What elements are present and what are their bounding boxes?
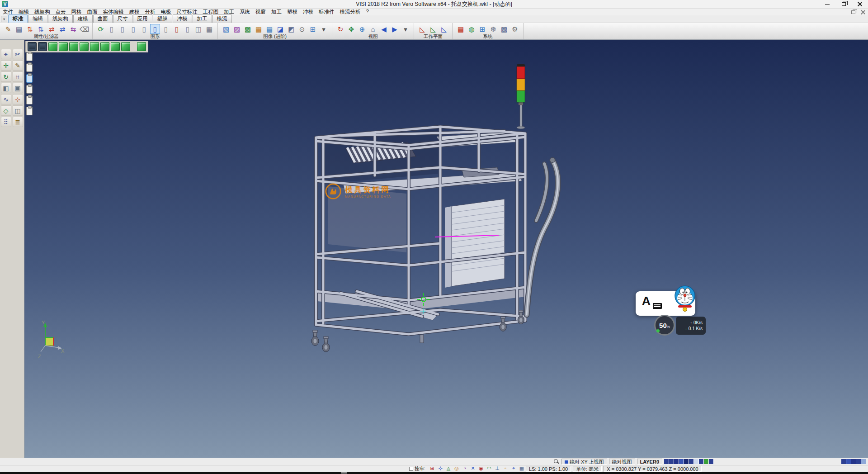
next-view-icon[interactable]: ▶ [390,24,400,34]
snap-intersection-icon[interactable]: ✕ [469,465,476,472]
view-orientation-indicator[interactable]: 绝对 XY 上视图 [561,459,607,465]
snap-point-icon[interactable]: ⊹ [437,465,444,472]
view-bottom-icon[interactable] [111,42,120,51]
clipboard-view-active-icon[interactable] [26,74,33,83]
menu-item[interactable]: 冲模 [300,9,316,15]
tab-overflow-button[interactable]: ▾ [1,16,7,22]
view-front-icon[interactable] [69,42,78,51]
color-swatch[interactable] [846,459,851,464]
rotate-icon[interactable]: ↻ [1,71,11,82]
table-icon[interactable]: ⊞ [477,24,487,34]
toolbar-tab[interactable]: 加工 [193,14,212,23]
layer-cylinder-icon[interactable]: ▯ [161,24,171,34]
layer-manager-icon[interactable]: ≣ [13,117,23,127]
color-swatch[interactable] [679,459,684,464]
snap-perpendicular-icon[interactable]: ⊥ [494,465,501,472]
color-swatch[interactable] [684,459,689,464]
view-dropdown-icon[interactable]: ▾ [401,24,410,34]
workplane-free-icon[interactable]: ◺ [439,24,449,34]
trim-icon[interactable]: ✂ [13,49,23,59]
toolbar-tab[interactable]: 标准 [8,14,28,23]
color-swatch[interactable] [861,459,866,464]
refresh-graphics-icon[interactable]: ⟳ [96,24,106,34]
snowflake-icon[interactable]: ❆ [488,24,498,34]
erase-attr-icon[interactable]: ⌫ [79,24,89,34]
layer-cylinder-icon[interactable]: ▯ [118,24,127,34]
ime-mode-indicator[interactable]: A [642,294,651,308]
color-palette-icon[interactable]: ▦ [456,24,466,34]
rotate-view-icon[interactable]: ↻ [335,24,345,34]
color-swatch[interactable] [704,459,709,464]
snap-center-icon[interactable]: ◎ [453,465,460,472]
swap-up-down-red-icon[interactable]: ⇅ [25,24,35,34]
menu-item[interactable]: 标准件 [316,9,337,15]
transfer-attr-icon[interactable]: ⇆ [68,24,78,34]
toolbar-tab[interactable]: 线架构 [48,14,73,23]
toolbar-tab[interactable]: 应用 [133,14,152,23]
clipboard-view-icon[interactable] [26,63,33,72]
snap-midpoint-icon[interactable]: ◬ [445,465,452,472]
layer-indicator[interactable]: LAYER0 [637,459,662,465]
image-view-alt-icon[interactable]: ◩ [286,24,296,34]
grid-toggle-icon[interactable]: ▦ [518,465,525,472]
view-right-icon[interactable] [100,42,109,51]
restore-button[interactable] [835,0,852,8]
view-left-icon[interactable] [90,42,99,51]
gallery-icon[interactable]: ⊞ [308,24,318,34]
snap-tangent-icon[interactable]: ◠ [486,465,493,472]
snap-endpoint-icon[interactable]: ◉ [477,465,485,472]
render-color-icon[interactable]: ▨ [232,24,242,34]
osnap-icon[interactable]: ⌖ [510,465,517,472]
viewport-3d[interactable]: 模具资料网 MANUFACTURING DATA Y X Z A [24,40,868,458]
color-swatch[interactable] [841,459,846,464]
menu-item[interactable]: 塑模 [284,9,300,15]
scale-indicator[interactable]: LS: 1.00 PS: 1.00 [526,466,571,472]
model-pallet-exchanger[interactable] [24,40,868,458]
clipboard-view-icon[interactable] [26,107,33,115]
toolbar-tab[interactable]: 编辑 [28,14,47,23]
capture-icon[interactable]: ⊙ [297,24,307,34]
select-icon[interactable]: ⌖ [1,49,11,59]
clipboard-view-icon[interactable] [26,52,33,61]
zoom-fit-icon[interactable]: ⌂ [368,24,378,34]
snap-quadrant-icon[interactable]: ◔ [461,465,468,472]
keyboard-icon[interactable] [653,303,662,309]
workplane-view-icon[interactable]: ◺ [428,24,438,34]
color-swatch[interactable] [856,459,861,464]
plane-icon[interactable]: ◇ [1,105,11,116]
color-swatch[interactable] [689,459,694,464]
network-speed-widget[interactable]: ↑0K/s ↓0.1 K/s [676,317,706,335]
minimize-button[interactable] [819,0,835,8]
render-mode-icon[interactable]: ▧ [221,24,231,34]
layer-grid-icon[interactable]: ▦ [204,24,214,34]
ime-toolbar[interactable]: A [636,291,695,316]
layer-cylinder-icon[interactable]: ▯ [107,24,117,34]
mdi-restore-button[interactable] [848,9,858,15]
color-swatch[interactable] [669,459,674,464]
filter-doc-icon[interactable]: ▤ [14,24,24,34]
menu-item[interactable]: 加工 [269,9,284,15]
mdi-minimize-button[interactable] [838,9,848,15]
search-icon[interactable] [553,459,559,465]
layer-pair-icon[interactable]: ◫ [193,24,203,34]
exchange-blue-icon[interactable]: ⇄ [57,24,67,34]
toolbar-tab[interactable]: 曲面 [93,14,113,23]
clipboard-view-icon[interactable] [26,96,33,104]
render-wireframe-icon[interactable]: ▤ [264,24,274,34]
image-view-icon[interactable]: ◪ [275,24,285,34]
lock-toggle[interactable]: 拴牢 [409,465,425,472]
menu-item[interactable]: ? [363,9,372,15]
toolbar-tab[interactable]: 冲模 [173,14,192,23]
view-dynamic-icon[interactable] [137,42,146,51]
view-iso-rear-icon[interactable] [121,42,130,51]
menu-item[interactable]: 模流分析 [337,9,363,15]
settings-gear-icon[interactable]: ⚙ [510,24,520,34]
surface-icon[interactable]: ◧ [1,83,11,93]
menu-item[interactable]: 系统 [237,9,253,15]
layer-cylinder-icon[interactable]: ▯ [139,24,149,34]
snap-node-icon[interactable]: ▫ [502,465,509,472]
layer-cylinder-icon[interactable]: ▯ [128,24,138,34]
workplane-xy-icon[interactable]: ◺ [417,24,427,34]
viewport-multi-icon[interactable] [38,42,47,51]
toolbar-tab[interactable]: 模流 [212,14,232,23]
